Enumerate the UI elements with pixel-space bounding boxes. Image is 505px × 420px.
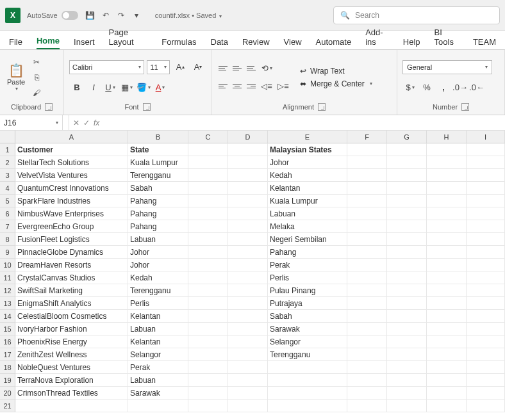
cell[interactable]: Sarawak [268,323,347,335]
cell[interactable]: Terengganu [128,284,188,297]
align-top-button[interactable] [217,63,229,74]
cell[interactable] [228,233,268,246]
cell[interactable]: Kelantan [128,310,188,323]
cell[interactable]: Kuala Lumpur [128,156,188,169]
cell[interactable] [15,400,128,412]
cell[interactable] [188,169,228,182]
orientation-button[interactable]: ⟲▾ [259,61,274,76]
cell[interactable]: Selangor [268,335,347,348]
cell[interactable] [188,207,228,220]
cell[interactable]: Perlis [128,297,188,310]
row-header[interactable]: 20 [0,387,15,400]
cell[interactable] [347,374,387,387]
align-center-button[interactable] [231,81,244,92]
font-name-select[interactable]: Calibri▾ [69,60,144,74]
cell[interactable] [228,400,268,412]
cell[interactable]: Negeri Sembilan [268,233,347,246]
cell[interactable] [188,233,228,246]
cell[interactable]: Johor [268,156,347,169]
cell[interactable] [427,271,467,284]
cell[interactable] [467,195,505,207]
cell[interactable] [188,195,228,207]
cell[interactable] [427,284,467,297]
cell[interactable]: CrimsonThread Textiles [15,387,128,400]
decrease-font-button[interactable]: A▾ [190,60,206,74]
tab-review[interactable]: Review [242,35,270,49]
cell[interactable]: EvergreenEcho Group [15,220,128,233]
cell[interactable] [347,233,387,246]
cell[interactable] [387,233,427,246]
cell[interactable] [387,348,427,361]
cell[interactable] [268,374,347,387]
cell[interactable] [347,259,387,271]
cell[interactable] [347,284,387,297]
cell[interactable] [188,323,228,335]
cell[interactable] [228,220,268,233]
cell[interactable]: Putrajaya [268,297,347,310]
cell[interactable] [467,156,505,169]
cell[interactable] [427,169,467,182]
cell[interactable]: Pahang [268,246,347,259]
cell[interactable] [467,335,505,348]
cell[interactable] [228,348,268,361]
row-header[interactable]: 13 [0,297,15,310]
cell[interactable]: Perak [268,259,347,271]
cell[interactable] [427,374,467,387]
cell[interactable] [228,143,268,156]
tab-team[interactable]: TEAM [473,35,496,49]
row-header[interactable]: 12 [0,284,15,297]
column-header[interactable]: C [188,131,228,143]
tab-home[interactable]: Home [37,33,60,49]
align-middle-button[interactable] [231,63,244,74]
cell[interactable] [347,195,387,207]
cell[interactable] [347,335,387,348]
cell[interactable] [188,143,228,156]
cell[interactable] [268,361,347,374]
cell[interactable] [467,207,505,220]
cell[interactable] [228,156,268,169]
font-color-button[interactable]: A▾ [153,81,168,95]
row-header[interactable]: 19 [0,374,15,387]
cell[interactable]: Selangor [128,348,188,361]
cell[interactable]: Pahang [128,207,188,220]
filename-label[interactable]: countif.xlsx • Saved ▾ [155,12,222,19]
cell[interactable]: QuantumCrest Innovations [15,182,128,195]
cell[interactable] [347,348,387,361]
row-header[interactable]: 17 [0,348,15,361]
cell[interactable] [467,297,505,310]
cell[interactable] [427,323,467,335]
cell[interactable]: Labuan [128,233,188,246]
bold-button[interactable]: B [69,81,85,95]
cell[interactable]: NobleQuest Ventures [15,361,128,374]
cell[interactable] [387,387,427,400]
cell[interactable]: PhoenixRise Energy [15,335,128,348]
cell[interactable] [387,246,427,259]
cell[interactable] [427,233,467,246]
column-header[interactable]: H [427,131,467,143]
cell[interactable] [228,169,268,182]
cell[interactable]: Customer [15,143,128,156]
cell[interactable]: Sabah [268,310,347,323]
cell[interactable] [467,182,505,195]
cell[interactable]: Perlis [268,271,347,284]
select-all-corner[interactable] [0,131,15,143]
borders-button[interactable]: ▦▾ [119,81,135,95]
cell[interactable]: Terengganu [128,169,188,182]
cell[interactable] [347,220,387,233]
cell[interactable] [427,220,467,233]
cell[interactable]: TerraNova Exploration [15,374,128,387]
row-header[interactable]: 8 [0,233,15,246]
cell[interactable] [188,335,228,348]
cell[interactable] [467,348,505,361]
cell[interactable] [347,182,387,195]
cell[interactable]: Labuan [268,207,347,220]
enter-formula-icon[interactable]: ✓ [83,118,90,127]
increase-decimal-button[interactable]: .0→ [452,81,468,95]
cell[interactable] [387,271,427,284]
cell[interactable]: Kedah [128,271,188,284]
cell[interactable] [387,323,427,335]
cell[interactable]: Perak [128,361,188,374]
cell[interactable] [228,246,268,259]
font-launcher[interactable] [143,103,151,111]
cell[interactable]: CrystalCanvas Studios [15,271,128,284]
